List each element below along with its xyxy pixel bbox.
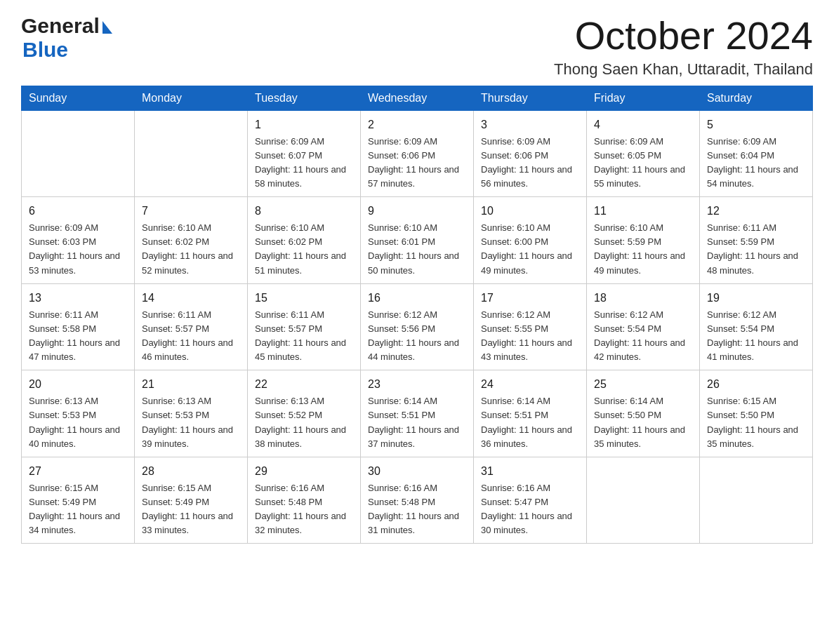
logo-chevron-icon <box>102 21 112 34</box>
calendar-cell: 11Sunrise: 6:10 AMSunset: 5:59 PMDayligh… <box>587 197 700 284</box>
day-info: Sunrise: 6:10 AMSunset: 6:00 PMDaylight:… <box>481 221 579 278</box>
day-info: Sunrise: 6:13 AMSunset: 5:53 PMDaylight:… <box>29 394 127 451</box>
day-info: Sunrise: 6:14 AMSunset: 5:51 PMDaylight:… <box>481 394 579 451</box>
calendar-cell: 10Sunrise: 6:10 AMSunset: 6:00 PMDayligh… <box>474 197 587 284</box>
day-info: Sunrise: 6:15 AMSunset: 5:49 PMDaylight:… <box>29 481 127 538</box>
calendar-cell: 22Sunrise: 6:13 AMSunset: 5:52 PMDayligh… <box>248 370 361 457</box>
day-info: Sunrise: 6:15 AMSunset: 5:49 PMDaylight:… <box>142 481 240 538</box>
day-number: 28 <box>142 463 240 480</box>
calendar-cell <box>22 110 135 197</box>
day-number: 1 <box>255 116 353 133</box>
calendar-cell: 12Sunrise: 6:11 AMSunset: 5:59 PMDayligh… <box>700 197 813 284</box>
day-number: 25 <box>594 376 692 393</box>
location-title: Thong Saen Khan, Uttaradit, Thailand <box>554 60 813 79</box>
weekday-header-saturday: Saturday <box>700 86 813 110</box>
calendar-cell: 9Sunrise: 6:10 AMSunset: 6:01 PMDaylight… <box>361 197 474 284</box>
day-number: 31 <box>481 463 579 480</box>
weekday-header-thursday: Thursday <box>474 86 587 110</box>
day-number: 10 <box>481 203 579 220</box>
day-info: Sunrise: 6:09 AMSunset: 6:07 PMDaylight:… <box>255 135 353 192</box>
calendar-cell: 14Sunrise: 6:11 AMSunset: 5:57 PMDayligh… <box>135 283 248 370</box>
calendar-cell: 3Sunrise: 6:09 AMSunset: 6:06 PMDaylight… <box>474 110 587 197</box>
day-info: Sunrise: 6:10 AMSunset: 5:59 PMDaylight:… <box>594 221 692 278</box>
day-info: Sunrise: 6:12 AMSunset: 5:55 PMDaylight:… <box>481 308 579 365</box>
day-number: 30 <box>368 463 466 480</box>
weekday-header-tuesday: Tuesday <box>248 86 361 110</box>
day-info: Sunrise: 6:11 AMSunset: 5:57 PMDaylight:… <box>142 308 240 365</box>
calendar-cell: 21Sunrise: 6:13 AMSunset: 5:53 PMDayligh… <box>135 370 248 457</box>
day-info: Sunrise: 6:09 AMSunset: 6:06 PMDaylight:… <box>368 135 466 192</box>
day-info: Sunrise: 6:11 AMSunset: 5:58 PMDaylight:… <box>29 308 127 365</box>
calendar-cell: 16Sunrise: 6:12 AMSunset: 5:56 PMDayligh… <box>361 283 474 370</box>
day-info: Sunrise: 6:12 AMSunset: 5:54 PMDaylight:… <box>594 308 692 365</box>
calendar-week-5: 27Sunrise: 6:15 AMSunset: 5:49 PMDayligh… <box>22 457 813 544</box>
calendar-cell: 5Sunrise: 6:09 AMSunset: 6:04 PMDaylight… <box>700 110 813 197</box>
calendar-cell: 27Sunrise: 6:15 AMSunset: 5:49 PMDayligh… <box>22 457 135 544</box>
day-info: Sunrise: 6:12 AMSunset: 5:56 PMDaylight:… <box>368 308 466 365</box>
day-number: 14 <box>142 290 240 307</box>
calendar-cell: 20Sunrise: 6:13 AMSunset: 5:53 PMDayligh… <box>22 370 135 457</box>
day-number: 21 <box>142 376 240 393</box>
day-number: 26 <box>707 376 805 393</box>
logo: General Blue <box>21 14 112 62</box>
calendar-week-3: 13Sunrise: 6:11 AMSunset: 5:58 PMDayligh… <box>22 283 813 370</box>
day-info: Sunrise: 6:10 AMSunset: 6:01 PMDaylight:… <box>368 221 466 278</box>
day-info: Sunrise: 6:09 AMSunset: 6:06 PMDaylight:… <box>481 135 579 192</box>
day-number: 27 <box>29 463 127 480</box>
calendar-cell: 18Sunrise: 6:12 AMSunset: 5:54 PMDayligh… <box>587 283 700 370</box>
calendar-cell <box>587 457 700 544</box>
day-number: 29 <box>255 463 353 480</box>
page-header: General Blue October 2024 Thong Saen Kha… <box>21 14 813 79</box>
weekday-header-sunday: Sunday <box>22 86 135 110</box>
day-info: Sunrise: 6:16 AMSunset: 5:47 PMDaylight:… <box>481 481 579 538</box>
month-title: October 2024 <box>554 14 813 58</box>
day-info: Sunrise: 6:15 AMSunset: 5:50 PMDaylight:… <box>707 394 805 451</box>
day-number: 20 <box>29 376 127 393</box>
calendar-week-4: 20Sunrise: 6:13 AMSunset: 5:53 PMDayligh… <box>22 370 813 457</box>
day-info: Sunrise: 6:14 AMSunset: 5:50 PMDaylight:… <box>594 394 692 451</box>
day-number: 11 <box>594 203 692 220</box>
day-number: 17 <box>481 290 579 307</box>
calendar-cell: 26Sunrise: 6:15 AMSunset: 5:50 PMDayligh… <box>700 370 813 457</box>
calendar-table: SundayMondayTuesdayWednesdayThursdayFrid… <box>21 86 813 544</box>
day-number: 5 <box>707 116 805 133</box>
calendar-cell: 2Sunrise: 6:09 AMSunset: 6:06 PMDaylight… <box>361 110 474 197</box>
day-number: 16 <box>368 290 466 307</box>
calendar-cell: 17Sunrise: 6:12 AMSunset: 5:55 PMDayligh… <box>474 283 587 370</box>
day-number: 6 <box>29 203 127 220</box>
day-number: 7 <box>142 203 240 220</box>
weekday-header-friday: Friday <box>587 86 700 110</box>
day-number: 19 <box>707 290 805 307</box>
calendar-cell <box>135 110 248 197</box>
day-number: 4 <box>594 116 692 133</box>
calendar-cell: 1Sunrise: 6:09 AMSunset: 6:07 PMDaylight… <box>248 110 361 197</box>
day-info: Sunrise: 6:09 AMSunset: 6:05 PMDaylight:… <box>594 135 692 192</box>
calendar-cell: 23Sunrise: 6:14 AMSunset: 5:51 PMDayligh… <box>361 370 474 457</box>
day-info: Sunrise: 6:12 AMSunset: 5:54 PMDaylight:… <box>707 308 805 365</box>
day-number: 3 <box>481 116 579 133</box>
calendar-cell: 13Sunrise: 6:11 AMSunset: 5:58 PMDayligh… <box>22 283 135 370</box>
calendar-cell: 8Sunrise: 6:10 AMSunset: 6:02 PMDaylight… <box>248 197 361 284</box>
day-number: 9 <box>368 203 466 220</box>
day-info: Sunrise: 6:13 AMSunset: 5:52 PMDaylight:… <box>255 394 353 451</box>
day-info: Sunrise: 6:10 AMSunset: 6:02 PMDaylight:… <box>255 221 353 278</box>
day-info: Sunrise: 6:09 AMSunset: 6:03 PMDaylight:… <box>29 221 127 278</box>
calendar-cell: 7Sunrise: 6:10 AMSunset: 6:02 PMDaylight… <box>135 197 248 284</box>
day-number: 18 <box>594 290 692 307</box>
calendar-cell: 24Sunrise: 6:14 AMSunset: 5:51 PMDayligh… <box>474 370 587 457</box>
calendar-cell: 6Sunrise: 6:09 AMSunset: 6:03 PMDaylight… <box>22 197 135 284</box>
calendar-cell: 4Sunrise: 6:09 AMSunset: 6:05 PMDaylight… <box>587 110 700 197</box>
day-info: Sunrise: 6:09 AMSunset: 6:04 PMDaylight:… <box>707 135 805 192</box>
day-info: Sunrise: 6:10 AMSunset: 6:02 PMDaylight:… <box>142 221 240 278</box>
day-info: Sunrise: 6:16 AMSunset: 5:48 PMDaylight:… <box>368 481 466 538</box>
weekday-header-wednesday: Wednesday <box>361 86 474 110</box>
weekday-header-monday: Monday <box>135 86 248 110</box>
day-number: 12 <box>707 203 805 220</box>
day-info: Sunrise: 6:14 AMSunset: 5:51 PMDaylight:… <box>368 394 466 451</box>
day-number: 23 <box>368 376 466 393</box>
day-number: 13 <box>29 290 127 307</box>
calendar-cell: 28Sunrise: 6:15 AMSunset: 5:49 PMDayligh… <box>135 457 248 544</box>
day-number: 8 <box>255 203 353 220</box>
calendar-cell: 31Sunrise: 6:16 AMSunset: 5:47 PMDayligh… <box>474 457 587 544</box>
day-info: Sunrise: 6:11 AMSunset: 5:59 PMDaylight:… <box>707 221 805 278</box>
